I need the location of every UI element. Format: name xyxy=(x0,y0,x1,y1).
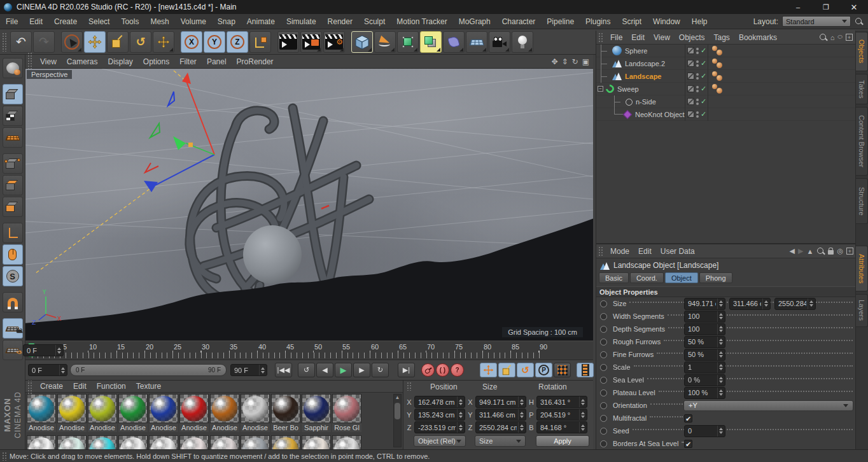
enable-axis-button[interactable] xyxy=(3,223,23,243)
neoknot-object-icon[interactable] xyxy=(623,109,632,118)
menu-pipeline[interactable]: Pipeline xyxy=(541,17,580,26)
last-used-tool-button[interactable] xyxy=(153,31,174,53)
subdivision-surface-button[interactable] xyxy=(397,31,419,53)
preview-range-slider[interactable]: 0 F 90 F xyxy=(70,364,227,376)
material-item[interactable]: Anodise xyxy=(57,394,87,432)
visibility-dots[interactable] xyxy=(696,48,699,54)
object-tags[interactable] xyxy=(711,83,724,95)
workplane-mode-button[interactable] xyxy=(3,127,23,148)
end-frame-field[interactable]: 90 F xyxy=(230,364,267,376)
menu-script[interactable]: Script xyxy=(616,17,647,26)
camera-button[interactable] xyxy=(489,31,510,53)
menu-character[interactable]: Character xyxy=(496,17,542,26)
scale-tool-button[interactable] xyxy=(107,31,129,53)
rotation-h-field[interactable]: 316.431 ° xyxy=(536,396,587,408)
key-circle-icon[interactable] xyxy=(600,364,607,371)
material-item[interactable]: Anodise xyxy=(88,394,117,432)
texture-mode-button[interactable] xyxy=(3,106,23,126)
search-icon[interactable] xyxy=(855,17,863,25)
plateau-level-field[interactable]: 100 % xyxy=(684,387,725,399)
rough-furrows-field[interactable]: 50 % xyxy=(684,336,725,348)
view-label[interactable]: Perspective xyxy=(27,70,72,79)
parent-object-icon[interactable]: ▲ xyxy=(807,248,814,255)
object-row-landscape2[interactable]: Landscape.2 ✓ xyxy=(596,57,855,70)
previous-frame-button[interactable]: ◀ xyxy=(316,363,333,377)
enabled-check-icon[interactable]: ✓ xyxy=(701,85,706,93)
tab-object[interactable]: Object xyxy=(665,272,698,283)
borders-checkbox[interactable]: ✔ xyxy=(684,440,692,448)
material-item[interactable] xyxy=(302,435,331,449)
material-item[interactable]: Sapphir xyxy=(302,394,331,432)
depth-segments-field[interactable]: 100 xyxy=(684,323,725,335)
stepper-icon[interactable] xyxy=(259,365,265,375)
material-item[interactable] xyxy=(210,435,239,449)
object-row-neoknot[interactable]: NeoKnot Object ✓ xyxy=(596,108,855,121)
key-circle-icon[interactable] xyxy=(600,428,607,435)
om-eye-icon[interactable]: ⬭ xyxy=(837,34,843,41)
object-properties-header[interactable]: Object Properties xyxy=(596,286,856,297)
object-tags[interactable] xyxy=(711,57,724,70)
view-pan-icon[interactable]: ✥ xyxy=(551,57,557,66)
undo-button[interactable]: ↶ xyxy=(10,31,32,53)
render-view-button[interactable] xyxy=(277,31,299,53)
viewport-menu-filter[interactable]: Filter xyxy=(174,57,202,66)
render-picture-viewer-button[interactable] xyxy=(300,31,322,53)
visibility-dots[interactable] xyxy=(696,73,699,80)
viewport-menu-prorender[interactable]: ProRender xyxy=(232,57,279,66)
tab-attributes[interactable]: Attributes xyxy=(856,246,868,291)
menu-simulate[interactable]: Simulate xyxy=(281,17,322,26)
play-button[interactable]: ▶ xyxy=(335,363,352,377)
lock-y-axis-button[interactable]: Y xyxy=(204,31,225,53)
menu-mesh[interactable]: Mesh xyxy=(144,17,174,26)
light-button[interactable] xyxy=(512,31,533,53)
snap-settings-button[interactable]: S xyxy=(3,266,23,286)
tab-phong[interactable]: Phong xyxy=(699,272,732,283)
timeline-ruler[interactable]: 0 5 10 15 20 25 30 35 40 45 50 55 60 65 … xyxy=(25,342,593,360)
layer-toggle[interactable] xyxy=(687,98,694,105)
lock-z-axis-button[interactable]: Z xyxy=(227,31,248,53)
make-editable-button[interactable] xyxy=(3,58,23,78)
material-item[interactable] xyxy=(27,435,56,449)
viewport-drag-handle[interactable] xyxy=(27,52,33,71)
multifractal-checkbox[interactable]: ✔ xyxy=(684,414,692,423)
floor-environment-button[interactable] xyxy=(466,31,487,53)
viewport-menu-cameras[interactable]: Cameras xyxy=(62,57,103,66)
tab-takes[interactable]: Takes xyxy=(856,74,868,104)
om-menu-tags[interactable]: Tags xyxy=(710,33,734,42)
enabled-check-icon[interactable]: ✓ xyxy=(701,59,706,67)
layer-toggle[interactable] xyxy=(687,60,694,67)
menu-create[interactable]: Create xyxy=(48,17,83,26)
deformers-button[interactable] xyxy=(443,31,465,53)
viewport-menu-panel[interactable]: Panel xyxy=(202,57,232,66)
material-item[interactable] xyxy=(179,435,209,449)
sea-level-field[interactable]: 0 % xyxy=(684,374,725,386)
am-add-icon[interactable]: + xyxy=(846,248,853,255)
position-x-field[interactable]: 162.478 cm xyxy=(414,396,465,408)
object-tags[interactable] xyxy=(711,70,724,83)
stepper-icon[interactable] xyxy=(59,365,65,375)
scale-field[interactable]: 1 xyxy=(684,361,725,374)
enabled-check-icon[interactable]: ✓ xyxy=(701,110,706,118)
target-icon[interactable]: ◎ xyxy=(837,247,843,255)
material-item[interactable] xyxy=(332,435,361,449)
visibility-dots[interactable] xyxy=(696,99,699,105)
polygons-mode-button[interactable] xyxy=(3,197,23,217)
am-drag-handle[interactable] xyxy=(598,246,604,256)
tab-layers[interactable]: Layers xyxy=(856,294,868,327)
rotate-tool-button[interactable]: ↺ xyxy=(130,31,151,53)
width-segments-field[interactable]: 100 xyxy=(684,311,725,323)
expander-icon[interactable]: − xyxy=(598,86,603,92)
coordinate-system-button[interactable] xyxy=(249,31,271,53)
sweep-object-icon[interactable] xyxy=(604,83,615,94)
menu-edit[interactable]: Edit xyxy=(24,17,48,26)
object-tags[interactable] xyxy=(711,45,724,57)
am-menu-mode[interactable]: Mode xyxy=(606,247,634,256)
key-rotation-toggle[interactable]: ↺ xyxy=(517,363,534,377)
am-menu-edit[interactable]: Edit xyxy=(634,247,656,256)
layer-toggle[interactable] xyxy=(687,73,694,80)
timeline-frame-field[interactable]: 0 F xyxy=(23,344,64,356)
render-settings-button[interactable]: ⚙ xyxy=(323,31,345,53)
material-item[interactable]: Anodise xyxy=(27,394,56,432)
timeline-filmstrip-button[interactable] xyxy=(577,363,594,377)
tab-structure[interactable]: Structure xyxy=(856,178,868,224)
